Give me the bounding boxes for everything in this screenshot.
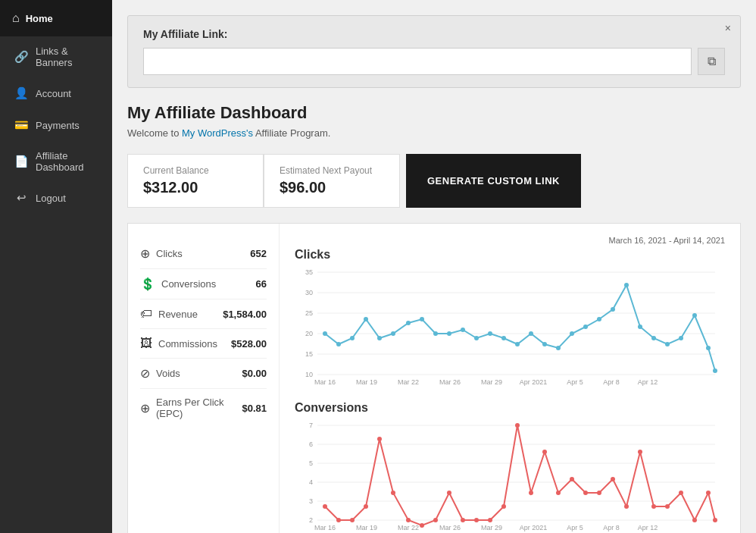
main-content: × My Affiliate Link: ⧉ My Affiliate Dash… xyxy=(112,0,756,533)
svg-text:Mar 19: Mar 19 xyxy=(356,378,377,386)
svg-point-92 xyxy=(597,491,601,495)
svg-text:Apr 12: Apr 12 xyxy=(638,524,658,531)
svg-point-24 xyxy=(364,317,368,321)
svg-point-74 xyxy=(350,518,355,522)
svg-point-30 xyxy=(447,331,451,336)
commissions-value: $528.00 xyxy=(231,338,267,350)
svg-point-48 xyxy=(692,313,697,318)
affiliate-link-input[interactable] xyxy=(143,48,692,75)
svg-point-101 xyxy=(713,518,717,522)
sidebar: ⌂ Home 🔗 Links & Banners 👤 Account 💳 Pay… xyxy=(0,0,112,533)
sidebar-item-payments[interactable]: 💳 Payments xyxy=(0,109,112,141)
page-title: My Affiliate Dashboard xyxy=(127,103,741,123)
home-icon: ⌂ xyxy=(12,11,20,25)
svg-text:Mar 26: Mar 26 xyxy=(439,378,461,386)
sidebar-item-affiliate-dashboard[interactable]: 📄 Affiliate Dashboard xyxy=(0,141,112,182)
svg-text:7: 7 xyxy=(309,422,313,429)
svg-text:Mar 19: Mar 19 xyxy=(356,524,377,531)
svg-point-42 xyxy=(611,307,615,312)
svg-point-78 xyxy=(406,518,411,522)
svg-point-50 xyxy=(713,368,717,373)
affiliate-program-link[interactable]: My WordPress's xyxy=(182,127,253,139)
revenue-stat: 🏷 Revenue $1,584.00 xyxy=(140,299,267,329)
svg-text:Mar 29: Mar 29 xyxy=(481,378,502,386)
svg-point-99 xyxy=(692,518,697,522)
svg-point-27 xyxy=(406,321,411,325)
clicks-value: 652 xyxy=(250,248,267,259)
affiliate-link-box: × My Affiliate Link: ⧉ xyxy=(127,15,741,88)
commissions-label: Commissions xyxy=(158,338,217,350)
svg-point-81 xyxy=(447,491,451,495)
svg-text:3: 3 xyxy=(309,497,313,505)
clicks-chart: 35 30 25 20 15 10 Mar 16 Mar 19 Mar 22 M… xyxy=(295,265,719,386)
svg-point-93 xyxy=(611,477,615,481)
sidebar-item-logout[interactable]: ↩ Logout xyxy=(0,182,112,214)
svg-point-46 xyxy=(665,342,670,346)
epc-icon: ⊕ xyxy=(140,401,150,415)
svg-text:Apr 12: Apr 12 xyxy=(638,378,658,386)
sidebar-item-logout-label: Logout xyxy=(36,193,66,204)
dashboard-subtitle: Welcome to My WordPress's Affiliate Prog… xyxy=(127,127,741,139)
commissions-icon: 🖼 xyxy=(140,337,152,350)
svg-point-26 xyxy=(391,331,395,336)
epc-stat: ⊕ Earns Per Click (EPC) $0.81 xyxy=(140,389,267,427)
current-balance-value: $312.00 xyxy=(143,179,248,196)
sidebar-item-affiliate-label: Affiliate Dashboard xyxy=(36,150,100,173)
svg-point-83 xyxy=(474,518,479,522)
copy-button[interactable]: ⧉ xyxy=(698,48,725,75)
svg-point-49 xyxy=(706,346,711,350)
next-payout-label: Estimated Next Payout xyxy=(280,165,384,176)
svg-point-79 xyxy=(420,523,424,528)
svg-point-28 xyxy=(420,317,424,321)
epc-label: Earns Per Click (EPC) xyxy=(156,397,242,419)
svg-text:Apr 8: Apr 8 xyxy=(603,378,620,386)
clicks-label: Clicks xyxy=(156,248,183,259)
svg-text:Apr 2021: Apr 2021 xyxy=(520,378,548,386)
sidebar-brand: ⌂ Home xyxy=(0,0,112,36)
dashboard-icon: 📄 xyxy=(14,155,28,168)
logout-icon: ↩ xyxy=(14,191,28,205)
date-range: March 16, 2021 - April 14, 2021 xyxy=(295,236,725,245)
svg-point-77 xyxy=(391,491,395,495)
svg-point-98 xyxy=(679,491,683,495)
svg-point-84 xyxy=(488,518,492,522)
svg-text:Apr 5: Apr 5 xyxy=(567,378,583,386)
svg-text:Mar 16: Mar 16 xyxy=(314,524,336,531)
svg-point-25 xyxy=(377,336,382,340)
svg-point-23 xyxy=(350,336,355,340)
svg-point-80 xyxy=(433,518,438,522)
svg-point-35 xyxy=(515,342,520,346)
sidebar-brand-label: Home xyxy=(26,13,53,24)
sidebar-item-account[interactable]: 👤 Account xyxy=(0,77,112,109)
svg-point-36 xyxy=(529,331,533,336)
generate-custom-link-button[interactable]: GENERATE CUSTOM LINK xyxy=(406,154,581,208)
conversions-stat: 💲 Conversions 66 xyxy=(140,269,267,299)
sidebar-item-links-label: Links & Banners xyxy=(36,45,100,68)
svg-text:2: 2 xyxy=(309,516,313,524)
stats-sidebar: ⊕ Clicks 652 💲 Conversions 66 🏷 Revenu xyxy=(128,224,280,533)
svg-text:Apr 2021: Apr 2021 xyxy=(520,524,548,531)
svg-point-85 xyxy=(501,504,506,509)
svg-text:Apr 5: Apr 5 xyxy=(567,524,583,531)
voids-icon: ⊘ xyxy=(140,366,150,381)
svg-text:Mar 16: Mar 16 xyxy=(314,378,336,386)
svg-point-96 xyxy=(651,504,656,509)
sidebar-item-links[interactable]: 🔗 Links & Banners xyxy=(0,36,112,77)
conversions-icon: 💲 xyxy=(140,277,155,291)
voids-label: Voids xyxy=(156,368,180,379)
links-icon: 🔗 xyxy=(14,50,28,64)
svg-point-34 xyxy=(501,336,506,340)
conversions-label: Conversions xyxy=(161,278,216,290)
svg-point-82 xyxy=(461,518,465,522)
voids-value: $0.00 xyxy=(242,368,267,379)
svg-text:Mar 26: Mar 26 xyxy=(439,524,461,531)
close-button[interactable]: × xyxy=(725,22,731,34)
svg-point-38 xyxy=(556,346,561,350)
svg-text:25: 25 xyxy=(305,309,313,317)
conversions-chart-title: Conversions xyxy=(295,401,725,415)
stats-bar: Current Balance $312.00 Estimated Next P… xyxy=(127,154,741,208)
revenue-label: Revenue xyxy=(158,309,198,320)
svg-text:5: 5 xyxy=(309,459,313,467)
copy-icon: ⧉ xyxy=(708,55,716,68)
svg-point-29 xyxy=(433,331,438,336)
